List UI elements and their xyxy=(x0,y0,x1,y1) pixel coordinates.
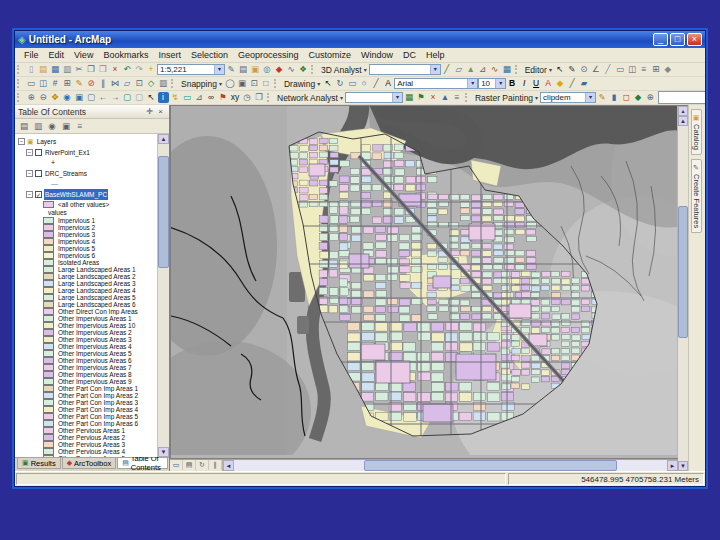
catalog-icon[interactable]: ▣ xyxy=(250,64,261,75)
collapse-panel-icon[interactable]: ▴ xyxy=(678,106,688,116)
map-scale-combo[interactable]: 1:5,221 ▾ xyxy=(157,64,225,75)
add-data-icon[interactable]: + xyxy=(146,64,157,75)
toolbar-grip[interactable] xyxy=(465,93,470,102)
toc-row[interactable]: <all other values> xyxy=(17,200,158,209)
toc-row[interactable]: Other Impervious Areas 5 xyxy=(17,350,158,357)
chevron-down-icon[interactable]: ▾ xyxy=(495,79,505,88)
cut-icon[interactable]: ✂ xyxy=(74,64,85,75)
line-of-sight-icon[interactable]: ⊿ xyxy=(477,64,488,75)
redo-icon[interactable]: ↷ xyxy=(134,64,145,75)
toc-row[interactable]: — xyxy=(17,179,158,189)
python-icon[interactable]: ∿ xyxy=(286,64,297,75)
raster-fill-icon[interactable]: ◆ xyxy=(633,92,644,103)
italic-button[interactable]: I xyxy=(519,78,530,89)
toc-row[interactable]: Impervious 3 xyxy=(17,231,158,238)
raster-value-input[interactable] xyxy=(658,91,705,104)
list-by-selection-icon[interactable]: ▣ xyxy=(60,121,73,132)
toc-row[interactable]: Other Pervious Areas 5 xyxy=(17,455,158,457)
scroll-up-icon[interactable]: ▲ xyxy=(678,116,688,126)
toc-row[interactable]: Impervious 2 xyxy=(17,224,158,231)
attributes-icon[interactable]: ◫ xyxy=(626,64,637,75)
layer-checkbox[interactable]: ✓ xyxy=(35,191,42,198)
toolbar-grip[interactable] xyxy=(171,79,176,88)
panel-tab[interactable]: ▤ Table Of Contents xyxy=(117,458,168,469)
copy-icon[interactable]: ❐ xyxy=(86,64,97,75)
full-extent-icon[interactable]: ◉ xyxy=(62,92,73,103)
dock-tab[interactable]: ▣ Catalog xyxy=(691,109,702,155)
modelbuilder-icon[interactable]: ❖ xyxy=(298,64,309,75)
menu-item[interactable]: Bookmarks xyxy=(98,50,153,60)
toc-row[interactable]: Large Landscaped Areas 6 xyxy=(17,301,158,308)
toc-row[interactable]: Other Part Con Imp Areas 1 xyxy=(17,385,158,392)
toc-row[interactable]: Isolated Areas xyxy=(17,259,158,266)
contour-icon[interactable]: ∿ xyxy=(489,64,500,75)
3d-analyst-layer-combo[interactable]: ▾ xyxy=(369,64,441,75)
chevron-down-icon[interactable]: ▾ xyxy=(214,65,224,74)
network-analyst-combo[interactable]: ▾ xyxy=(345,92,403,103)
toolbar-grip[interactable] xyxy=(267,93,272,102)
menu-item[interactable]: Geoprocessing xyxy=(233,50,304,60)
edit-tool-icon-3[interactable]: # xyxy=(50,78,61,89)
toolbar-grip[interactable] xyxy=(17,65,22,74)
sketch-tool-icon[interactable]: ✎ xyxy=(566,64,577,75)
text-tool-icon[interactable]: A xyxy=(383,78,394,89)
expand-box-icon[interactable]: − xyxy=(26,191,33,198)
raster-brush-icon[interactable]: ▮ xyxy=(609,92,620,103)
undo-icon[interactable]: ↶ xyxy=(122,64,133,75)
panel-tab[interactable]: ▣ Results xyxy=(17,458,61,469)
chevron-down-icon[interactable]: ▾ xyxy=(430,65,440,74)
go-to-xy-icon[interactable]: xy xyxy=(230,92,241,103)
highlight-color-icon[interactable]: ◆ xyxy=(555,78,566,89)
go-back-extent-icon[interactable]: ← xyxy=(98,92,109,103)
arctoolbox-icon[interactable]: ◆ xyxy=(274,64,285,75)
editor-menu[interactable]: Editor▾ xyxy=(523,65,554,75)
layer-checkbox[interactable] xyxy=(35,170,42,177)
edit-tool-icon-2[interactable]: ◫ xyxy=(38,78,49,89)
measure-icon[interactable]: ⊿ xyxy=(194,92,205,103)
close-icon[interactable]: × xyxy=(155,107,166,116)
toc-row[interactable]: Other Impervious Areas 8 xyxy=(17,371,158,378)
viewer-window-icon[interactable]: ❐ xyxy=(254,92,265,103)
font-size-combo[interactable]: 10 ▾ xyxy=(478,78,506,89)
layout-view-button[interactable]: ▤ xyxy=(183,460,196,470)
search-icon[interactable]: ◎ xyxy=(262,64,273,75)
toc-row[interactable]: Large Landscaped Areas 5 xyxy=(17,294,158,301)
toc-row[interactable]: Other Impervious Areas 3 xyxy=(17,336,158,343)
toc-scrollbar[interactable]: ▲ ▼ xyxy=(157,134,169,457)
pan-icon[interactable]: ✥ xyxy=(50,92,61,103)
expand-box-icon[interactable]: − xyxy=(26,149,33,156)
edit-tool-icon-6[interactable]: ⊘ xyxy=(86,78,97,89)
maximize-button[interactable]: □ xyxy=(670,33,685,46)
pause-drawing-button[interactable]: ∥ xyxy=(209,460,222,470)
fill-color-icon[interactable]: ▰ xyxy=(579,78,590,89)
zoom-in-icon[interactable]: ⊕ xyxy=(26,92,37,103)
chevron-down-icon[interactable]: ▾ xyxy=(467,79,477,88)
menu-item[interactable]: Help xyxy=(421,50,450,60)
select-features-icon[interactable]: ▢ xyxy=(122,92,133,103)
expand-box-icon[interactable]: − xyxy=(26,170,33,177)
list-by-visibility-icon[interactable]: ◉ xyxy=(46,121,59,132)
save-icon[interactable]: ▦ xyxy=(50,64,61,75)
underline-button[interactable]: U xyxy=(531,78,542,89)
fixed-zoom-in-icon[interactable]: ▣ xyxy=(74,92,85,103)
menu-item[interactable]: Selection xyxy=(186,50,233,60)
editor-toolbar-icon[interactable]: ✎ xyxy=(226,64,237,75)
network-dataset-icon[interactable]: ▦ xyxy=(403,92,414,103)
table-of-contents-icon[interactable]: ▤ xyxy=(238,64,249,75)
edit-pointer-icon[interactable]: ↖ xyxy=(554,64,565,75)
network-flag-icon[interactable]: ⚑ xyxy=(415,92,426,103)
font-combo[interactable]: Arial ▾ xyxy=(394,78,478,89)
network-barrier-icon[interactable]: × xyxy=(427,92,438,103)
raster-magnify-icon[interactable]: ⊕ xyxy=(645,92,656,103)
clear-selection-icon[interactable]: ▢ xyxy=(134,92,145,103)
surface-grid-icon[interactable]: ▦ xyxy=(501,64,512,75)
edge-snapping-icon[interactable]: □ xyxy=(260,78,271,89)
toc-options-icon[interactable]: ≡ xyxy=(74,121,87,132)
scroll-down-icon[interactable]: ▼ xyxy=(158,447,169,457)
raster-erase-icon[interactable]: ◻ xyxy=(621,92,632,103)
toc-row[interactable]: Impervious 6 xyxy=(17,252,158,259)
identify-icon[interactable]: i xyxy=(158,92,169,103)
toc-row[interactable]: Other Pervious Areas 1 xyxy=(17,427,158,434)
interpolate-line-icon[interactable]: ╱ xyxy=(441,64,452,75)
edit-tool-icon-12[interactable]: ▥ xyxy=(158,78,169,89)
